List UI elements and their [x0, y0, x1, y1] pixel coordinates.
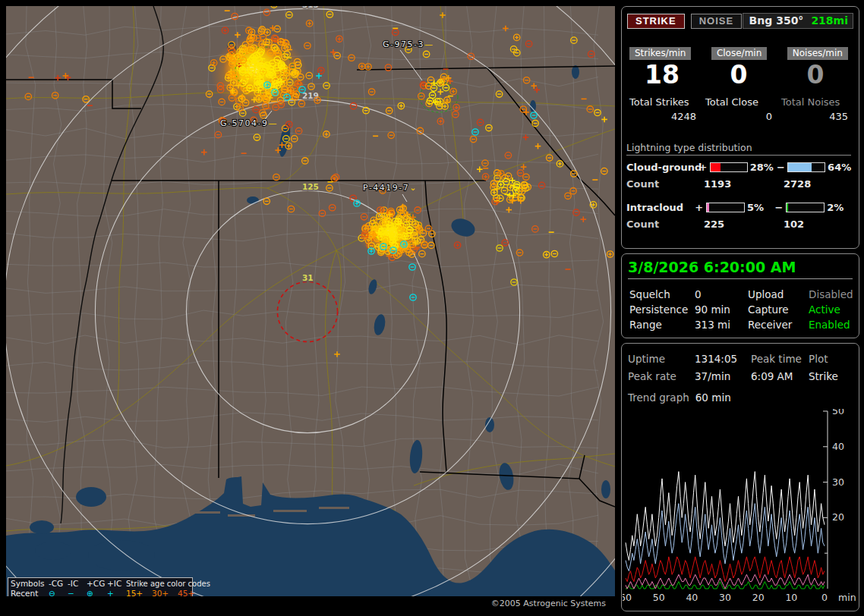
copyright: ©2005 Astrogenic Systems [6, 596, 615, 613]
cg-minus-bar [787, 162, 825, 172]
peak-rate-label: Peak rate [628, 368, 695, 385]
noise-tab-button[interactable]: NOISE [691, 14, 742, 29]
total-strikes-label: Total Strikes [629, 96, 696, 108]
total-close-label: Total Close [705, 96, 772, 108]
ic-minus-pct: 2% [827, 202, 854, 213]
close-per-min-value: 0 [706, 61, 771, 89]
noises-per-min-value: 0 [783, 61, 848, 89]
map-canvas[interactable]: 31125219313G-975-3—G-5704-9—P-4419-7⌄ [6, 6, 615, 596]
total-noises: Total Noises 435 [781, 96, 848, 122]
uptime-label: Uptime [628, 350, 695, 368]
legend-col-pic: +IC [107, 579, 126, 589]
legend-header-row: Symbols -CG -IC +CG +IC Strike age color… [11, 579, 190, 589]
x-tick-50: 50 [653, 592, 665, 603]
uptime-value: 1314:05 [695, 350, 751, 368]
y-tick-40: 40 [832, 441, 844, 452]
total-strikes-value: 4248 [629, 111, 696, 122]
trend-graph: 203040506050403020100min [623, 409, 859, 605]
legend-symbols-label: Symbols [11, 579, 49, 589]
legend-col-pcg: +CG [87, 579, 107, 589]
legend-col-nic: -IC [68, 579, 87, 589]
upload-label: Upload [748, 287, 809, 302]
intracloud-counts: Count 225 102 [626, 218, 854, 230]
trend-graph-value: 60 min [695, 391, 731, 404]
plus-sign: + [695, 202, 704, 213]
range-value: 313 mi [695, 317, 748, 332]
cg-plus-count: 1193 [704, 178, 784, 190]
x-tick-20: 20 [752, 592, 765, 603]
x-axis-unit: min [838, 592, 856, 603]
strikes-per-min-chip: Strikes/min [629, 47, 691, 60]
trend-series-+cg [626, 557, 825, 582]
x-tick-30: 30 [719, 592, 731, 603]
intracloud-row: Intracloud + 5% − 2% [626, 202, 854, 213]
cg-plus-pct: 28% [750, 162, 777, 173]
receiver-label: Receiver [748, 317, 809, 332]
x-tick-40: 40 [686, 592, 698, 603]
count-label: Count [626, 178, 704, 190]
persistence-label: Persistence [629, 302, 695, 317]
count-label: Count [626, 218, 704, 230]
strike-stats-panel: STRIKE NOISE Bng 350° 218mi Strikes/min … [621, 6, 859, 249]
peak-time-value: 6:09 AM [751, 368, 809, 385]
datetime-display: 3/8/2026 6:20:00 AM [628, 259, 853, 279]
cg-plus-bar [710, 162, 748, 172]
cloud-ground-row: Cloud-ground + 28% − 64% [626, 162, 854, 173]
distance-value: 218mi [811, 14, 848, 27]
ring-label-219: 219 [302, 91, 319, 100]
minus-sign: − [774, 202, 784, 213]
distribution-title: Lightning type distribution [626, 142, 851, 156]
upload-status: Disabled [809, 287, 859, 302]
peak-rate-value: 37/min [695, 368, 751, 385]
status-panel: 3/8/2026 6:20:00 AM Squelch 0 Upload Dis… [621, 253, 859, 338]
total-noises-label: Total Noises [781, 96, 848, 108]
cg-minus-count: 2728 [784, 178, 811, 190]
x-tick-60: 60 [623, 592, 632, 603]
storm-label-G-975-3: G-975-3— [383, 39, 434, 49]
trend-series-total-strikes [626, 472, 825, 561]
ic-plus-bar [706, 203, 745, 212]
ring-label-125: 125 [302, 182, 319, 191]
bearing-display: Bng 350° 218mi [743, 13, 853, 29]
cg-minus-pct: 64% [828, 162, 854, 173]
total-noises-value: 435 [781, 111, 848, 122]
trend-graph-label: Trend graph [628, 391, 689, 404]
strikes-per-min-value: 18 [629, 61, 695, 89]
storm-label-P-4419-7: P-4419-7⌄ [363, 183, 418, 193]
persistence-value: 90 min [695, 302, 748, 317]
ic-minus-bar [786, 203, 825, 212]
cloud-ground-counts: Count 1193 2728 [626, 178, 854, 190]
plus-sign: + [698, 162, 708, 173]
minus-sign: − [776, 162, 785, 173]
storm-label-G-5704-9: G-5704-9— [220, 118, 278, 128]
y-tick-50: 50 [832, 409, 844, 416]
plot-type-value: Strike [809, 368, 859, 385]
x-tick-0: 0 [821, 592, 828, 603]
ic-minus-count: 102 [784, 218, 804, 230]
cloud-ground-label: Cloud-ground [626, 162, 698, 173]
lightning-map[interactable]: 31125219313G-975-3—G-5704-9—P-4419-7⌄ Sy… [6, 6, 615, 596]
range-label: Range [629, 317, 695, 332]
noises-per-min-chip: Noises/min [787, 47, 848, 60]
plot-label: Plot [809, 350, 859, 368]
ic-plus-pct: 5% [747, 202, 774, 213]
capture-label: Capture [748, 302, 809, 317]
close-per-min-chip: Close/min [711, 47, 767, 60]
total-close-value: 0 [705, 111, 772, 122]
ring-label-313: 313 [302, 6, 319, 9]
ic-plus-count: 225 [704, 218, 784, 230]
bearing-value: Bng 350° [749, 14, 804, 27]
session-panel: Uptime 1314:05 Peak time Plot Peak rate … [621, 343, 859, 611]
intracloud-label: Intracloud [626, 202, 695, 213]
total-strikes: Total Strikes 4248 [629, 96, 696, 122]
squelch-value: 0 [695, 287, 748, 302]
strike-tab-button[interactable]: STRIKE [627, 14, 685, 29]
receiver-status: Enabled [809, 317, 859, 332]
x-tick-10: 10 [785, 592, 797, 603]
y-tick-30: 30 [832, 476, 844, 488]
legend-col-ncg: -CG [49, 579, 68, 589]
y-tick-20: 20 [832, 511, 844, 523]
squelch-label: Squelch [629, 287, 695, 302]
capture-status: Active [809, 302, 859, 317]
legend-age-header: Strike age color codes [126, 579, 203, 589]
